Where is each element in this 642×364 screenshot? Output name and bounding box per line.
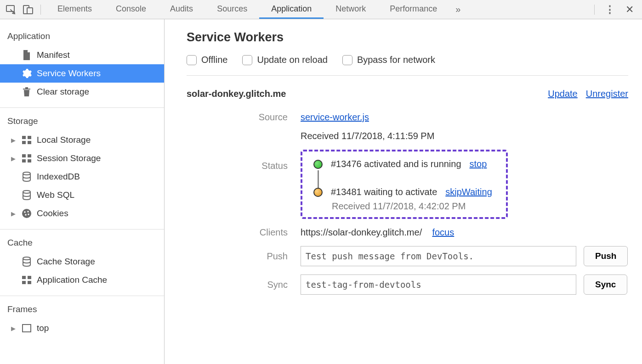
sidebar-item-session-storage[interactable]: ▶ Session Storage — [0, 149, 164, 168]
worker-id: #13476 — [331, 159, 362, 169]
tab-console[interactable]: Console — [104, 0, 158, 19]
svg-rect-19 — [22, 276, 26, 279]
source-file-link[interactable]: service-worker.js — [301, 112, 369, 122]
toolbar-divider — [40, 5, 41, 15]
svg-rect-22 — [28, 281, 31, 284]
sidebar-item-label: Web SQL — [37, 190, 74, 200]
update-link[interactable]: Update — [548, 89, 578, 99]
push-input[interactable] — [301, 246, 576, 266]
tabs-overflow-icon[interactable]: » — [449, 4, 467, 15]
svg-rect-3 — [22, 136, 26, 139]
svg-rect-20 — [28, 276, 31, 279]
svg-point-14 — [24, 211, 25, 213]
received-ts: 11/7/2018, 4:42:02 PM — [373, 201, 466, 211]
client-url: https://solar-donkey.glitch.me/ — [301, 227, 422, 237]
source-row: Source service-worker.js Received 11/7/2… — [187, 112, 628, 141]
svg-point-13 — [22, 209, 31, 218]
sidebar-section-application: Application — [0, 24, 164, 46]
grid-icon — [21, 153, 32, 164]
worker-state: waiting to activate — [364, 187, 437, 197]
page-title: Service Workers — [187, 30, 628, 45]
tab-application[interactable]: Application — [259, 0, 324, 19]
disclosure-icon: ▶ — [10, 155, 17, 162]
unregister-link[interactable]: Unregister — [586, 89, 628, 99]
checkbox-label: Offline — [201, 55, 227, 65]
tab-elements[interactable]: Elements — [45, 0, 104, 19]
tab-sources[interactable]: Sources — [205, 0, 259, 19]
push-row: Push Push — [187, 246, 628, 266]
waiting-received: Received 11/7/2018, 4:42:02 PM — [332, 201, 492, 212]
svg-rect-21 — [22, 281, 26, 284]
tabbar: Elements Console Audits Sources Applicat… — [45, 0, 590, 19]
worker-state: activated and is running — [364, 159, 461, 169]
stop-link[interactable]: stop — [470, 159, 487, 169]
svg-point-11 — [23, 172, 30, 175]
grid-icon — [21, 134, 32, 146]
skip-waiting-link[interactable]: skipWaiting — [445, 187, 492, 197]
sidebar: Application Manifest Service Workers Cle… — [0, 19, 165, 364]
bypass-checkbox[interactable]: Bypass for network — [342, 55, 435, 65]
offline-checkbox[interactable]: Offline — [187, 55, 227, 65]
sidebar-item-service-workers[interactable]: Service Workers — [0, 64, 164, 83]
kebab-icon[interactable]: ⋮ — [600, 4, 617, 16]
sync-row: Sync Sync — [187, 274, 628, 295]
svg-rect-9 — [22, 159, 26, 162]
sidebar-item-label: Clear storage — [37, 87, 89, 97]
row-label: Push — [187, 251, 288, 262]
sidebar-item-application-cache[interactable]: Application Cache — [0, 271, 164, 289]
sidebar-item-label: Session Storage — [37, 153, 101, 163]
clients-row: Clients https://solar-donkey.glitch.me/ … — [187, 227, 628, 238]
svg-rect-23 — [23, 325, 31, 332]
svg-rect-2 — [27, 8, 33, 14]
sidebar-item-cookies[interactable]: ▶ Cookies — [0, 204, 164, 223]
push-button[interactable]: Push — [584, 246, 628, 266]
tab-audits[interactable]: Audits — [158, 0, 205, 19]
database-icon — [21, 190, 32, 201]
disclosure-icon: ▶ — [10, 137, 17, 144]
sync-input[interactable] — [301, 274, 576, 295]
checkbox-label: Bypass for network — [357, 55, 435, 65]
sidebar-item-manifest[interactable]: Manifest — [0, 46, 164, 64]
database-icon — [21, 256, 32, 267]
tab-performance[interactable]: Performance — [378, 0, 449, 19]
sidebar-item-label: Cookies — [37, 208, 68, 218]
sidebar-item-local-storage[interactable]: ▶ Local Storage — [0, 131, 164, 149]
device-toggle-icon[interactable] — [20, 2, 36, 17]
received-prefix: Received — [332, 201, 373, 211]
received-prefix: Received — [301, 131, 341, 141]
update-on-reload-checkbox[interactable]: Update on reload — [242, 55, 327, 65]
sidebar-item-label: Service Workers — [37, 68, 101, 78]
disclosure-icon: ▶ — [10, 325, 17, 332]
close-icon[interactable]: ✕ — [620, 4, 639, 16]
tab-network[interactable]: Network — [324, 0, 378, 19]
disclosure-icon: ▶ — [10, 210, 17, 217]
sidebar-item-indexeddb[interactable]: IndexedDB — [0, 168, 164, 186]
sidebar-item-frame-top[interactable]: ▶ top — [0, 319, 164, 337]
svg-rect-0 — [6, 6, 14, 11]
status-waiting: #13481 waiting to activate skipWaiting — [313, 187, 492, 197]
inspect-icon[interactable] — [3, 2, 18, 17]
origin-label: solar-donkey.glitch.me — [187, 89, 286, 99]
svg-point-17 — [28, 213, 29, 215]
svg-point-15 — [27, 211, 28, 212]
sidebar-item-web-sql[interactable]: Web SQL — [0, 186, 164, 204]
focus-link[interactable]: focus — [432, 227, 454, 237]
svg-rect-8 — [28, 154, 31, 157]
sync-button[interactable]: Sync — [584, 274, 627, 295]
sidebar-item-label: IndexedDB — [37, 172, 80, 182]
sidebar-item-cache-storage[interactable]: Cache Storage — [0, 252, 164, 271]
status-connector — [318, 170, 319, 189]
checkbox-label: Update on reload — [257, 55, 327, 65]
options-row: Offline Update on reload Bypass for netw… — [187, 55, 628, 76]
grid-icon — [21, 274, 32, 286]
sidebar-section-cache: Cache — [0, 230, 164, 252]
status-row: Status #13476 activated and is running s… — [187, 150, 628, 219]
svg-rect-6 — [28, 141, 31, 144]
sidebar-item-clear-storage[interactable]: Clear storage — [0, 83, 164, 101]
origin-row: solar-donkey.glitch.me Update Unregister — [187, 89, 628, 99]
toolbar-right: ⋮ ✕ — [591, 4, 639, 16]
checkbox-icon — [342, 55, 352, 65]
row-label: Status — [187, 161, 288, 171]
main: Application Manifest Service Workers Cle… — [0, 19, 642, 364]
status-highlight: #13476 activated and is running stop #13… — [301, 150, 508, 219]
